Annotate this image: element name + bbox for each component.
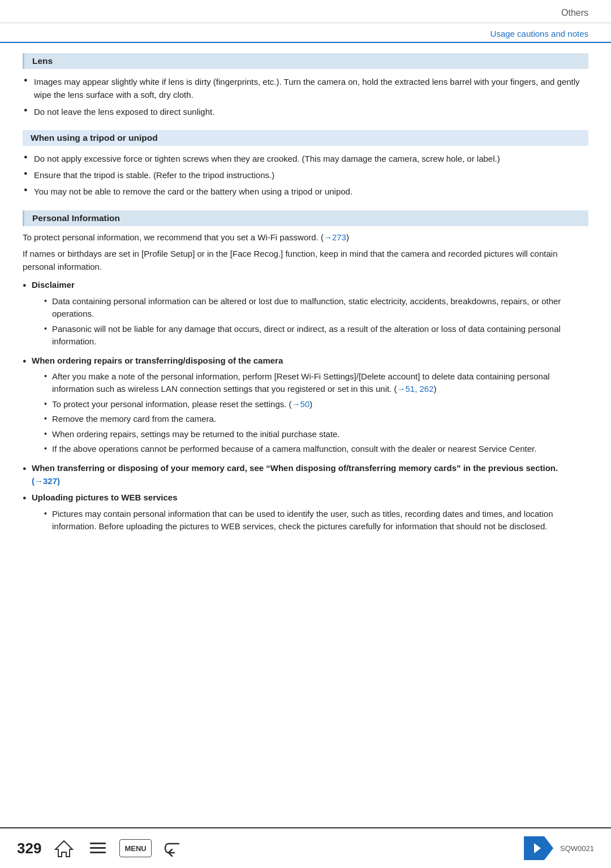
page-number: 329 bbox=[17, 840, 41, 857]
personal-intro-2: If names or birthdays are set in [Profil… bbox=[23, 247, 588, 274]
disclaimer-item: ● Disclaimer Data containing personal in… bbox=[23, 277, 588, 352]
page-header: Others bbox=[0, 0, 611, 23]
lens-bullet-2: Do not leave the lens exposed to direct … bbox=[23, 103, 588, 120]
section-breadcrumb: Usage cautions and notes bbox=[0, 23, 611, 43]
personal-section: Personal Information To protect personal… bbox=[23, 210, 588, 537]
chapter-title: Others bbox=[561, 8, 588, 18]
disclaimer-sub-1: Data containing personal information can… bbox=[43, 294, 588, 322]
personal-heading: Personal Information bbox=[23, 210, 588, 226]
menu-button[interactable]: MENU bbox=[119, 839, 151, 857]
repairs-sub-2: To protect your personal information, pl… bbox=[43, 397, 588, 412]
disclaimer-sub-list: Data containing personal information can… bbox=[43, 294, 588, 349]
tripod-bullet-list: Do not apply excessive force or tighten … bbox=[23, 150, 588, 200]
disclaimer-sub-2: Panasonic will not be liable for any dam… bbox=[43, 322, 588, 349]
next-arrow[interactable] bbox=[524, 836, 553, 860]
list-icon[interactable] bbox=[85, 836, 110, 861]
model-code: SQW0021 bbox=[560, 844, 594, 853]
page-footer: 329 MENU bbox=[0, 827, 611, 868]
lens-heading: Lens bbox=[23, 53, 588, 69]
tripod-bullet-3: You may not be able to remove the card o… bbox=[23, 183, 588, 200]
lens-bullet-1: Images may appear slightly white if lens… bbox=[23, 74, 588, 103]
footer-icons: MENU bbox=[51, 836, 185, 861]
lens-bullet-list: Images may appear slightly white if lens… bbox=[23, 74, 588, 120]
repairs-item: ● When ordering repairs or transferring/… bbox=[23, 352, 588, 460]
repairs-sub-list: After you make a note of the personal in… bbox=[43, 369, 588, 457]
repairs-sub-1: After you make a note of the personal in… bbox=[43, 369, 588, 397]
repairs-sub-3: Remove the memory card from the camera. bbox=[43, 412, 588, 427]
lens-section: Lens Images may appear slightly white if… bbox=[23, 53, 588, 120]
breadcrumb-text: Usage cautions and notes bbox=[490, 29, 588, 38]
svg-marker-0 bbox=[55, 841, 72, 857]
tripod-section: When using a tripod or unipod Do not app… bbox=[23, 130, 588, 200]
uploading-item: ● Uploading pictures to WEB services Pic… bbox=[23, 489, 588, 537]
tripod-bullet-1: Do not apply excessive force or tighten … bbox=[23, 150, 588, 167]
memory-item: ● When transferring or disposing of your… bbox=[23, 460, 588, 490]
uploading-sub-1: Pictures may contain personal informatio… bbox=[43, 507, 588, 534]
repairs-sub-4: When ordering repairs, settings may be r… bbox=[43, 427, 588, 442]
tripod-heading: When using a tripod or unipod bbox=[23, 130, 588, 146]
svg-rect-3 bbox=[90, 852, 106, 853]
disclaimer-label: Disclaimer bbox=[32, 280, 75, 290]
tripod-bullet-2: Ensure that the tripod is stable. (Refer… bbox=[23, 167, 588, 183]
repairs-label: When ordering repairs or transferring/di… bbox=[32, 356, 283, 365]
footer-left: 329 MENU bbox=[17, 836, 186, 861]
svg-rect-1 bbox=[90, 843, 106, 844]
repairs-sub-5: If the above operations cannot be perfor… bbox=[43, 442, 588, 457]
main-content: Lens Images may appear slightly white if… bbox=[0, 53, 611, 549]
personal-intro-1: To protect personal information, we reco… bbox=[23, 231, 588, 244]
uploading-label: Uploading pictures to WEB services bbox=[32, 493, 178, 502]
uploading-sub-list: Pictures may contain personal informatio… bbox=[43, 507, 588, 534]
back-icon[interactable] bbox=[161, 836, 186, 861]
home-icon[interactable] bbox=[51, 836, 76, 861]
memory-label: When transferring or disposing of your m… bbox=[32, 463, 558, 486]
svg-rect-2 bbox=[90, 847, 106, 849]
footer-right: SQW0021 bbox=[524, 836, 594, 860]
